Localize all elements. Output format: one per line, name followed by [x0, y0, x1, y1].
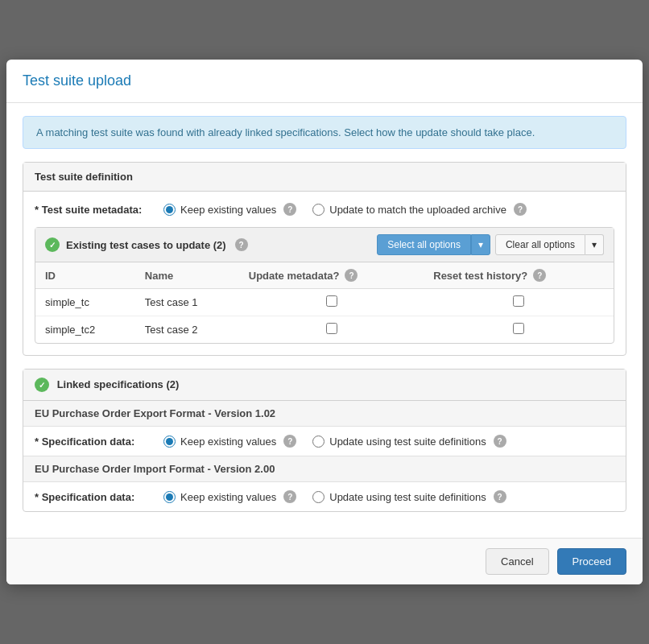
cell-reset-history: [424, 316, 614, 344]
modal-container: Test suite upload A matching test suite …: [6, 60, 643, 584]
col-id-header: ID: [35, 262, 135, 289]
update-archive-radio[interactable]: [312, 204, 324, 216]
col-update-metadata-header: Update metadata? ?: [239, 262, 424, 289]
metadata-label: * Test suite metadata:: [35, 204, 163, 216]
spec-update-suite-radio-0[interactable]: [312, 436, 324, 448]
linked-specs-check-icon: ✓: [35, 378, 49, 392]
cell-name: Test case 2: [135, 316, 239, 344]
linked-specifications-section: ✓ Linked specifications (2) EU Purchase …: [23, 369, 626, 512]
modal-header: Test suite upload: [6, 60, 643, 103]
table-row: simple_tc Test case 1: [35, 289, 614, 316]
col-name-header: Name: [135, 262, 239, 289]
spec-keep-existing-option-0[interactable]: Keep existing values ?: [163, 435, 296, 448]
existing-test-cases-help-icon[interactable]: ?: [235, 238, 248, 251]
update-metadata-checkbox-0[interactable]: [326, 295, 337, 307]
spec-data-label-0: * Specification data:: [35, 436, 163, 448]
spec-title-1: EU Purchase Order Import Format - Versio…: [23, 456, 626, 482]
cell-update-metadata: [239, 289, 424, 316]
clear-all-btn-group: Clear all options ▾: [495, 234, 604, 255]
spec-update-suite-option-1[interactable]: Update using test suite definitions ?: [312, 490, 506, 503]
spec-body-0: * Specification data: Keep existing valu…: [23, 427, 626, 456]
keep-existing-radio[interactable]: [163, 204, 176, 216]
metadata-radio-group: Keep existing values ? Update to match t…: [163, 203, 527, 216]
clear-all-button[interactable]: Clear all options: [495, 234, 585, 255]
select-all-btn-group: Select all options ▾: [377, 234, 490, 255]
spec-data-row-1: * Specification data: Keep existing valu…: [35, 490, 614, 503]
update-metadata-col-help-icon[interactable]: ?: [345, 269, 358, 282]
test-suite-definition-section: Test suite definition * Test suite metad…: [23, 162, 626, 356]
cell-update-metadata: [239, 316, 424, 344]
spec-update-help-icon-0[interactable]: ?: [494, 435, 506, 448]
cancel-button[interactable]: Cancel: [486, 548, 548, 575]
spec-item: EU Purchase Order Export Format - Versio…: [23, 401, 626, 456]
spec-keep-existing-option-1[interactable]: Keep existing values ?: [163, 490, 296, 503]
keep-existing-help-icon[interactable]: ?: [283, 203, 296, 216]
update-archive-radio-option[interactable]: Update to match the uploaded archive ?: [312, 203, 527, 216]
cell-id: simple_tc2: [35, 316, 135, 344]
specs-container: EU Purchase Order Export Format - Versio…: [23, 401, 626, 511]
keep-existing-radio-option[interactable]: Keep existing values ?: [163, 203, 296, 216]
spec-update-help-icon-1[interactable]: ?: [494, 490, 506, 503]
linked-specifications-body: EU Purchase Order Export Format - Versio…: [23, 401, 626, 511]
clear-all-dropdown-button[interactable]: ▾: [585, 234, 604, 255]
col-reset-history-header: Reset test history? ?: [424, 262, 614, 289]
alert-message: A matching test suite was found with alr…: [23, 116, 626, 149]
spec-keep-existing-radio-1[interactable]: [163, 491, 176, 503]
table-row: simple_tc2 Test case 2: [35, 316, 614, 344]
spec-radio-group-0: Keep existing values ? Update using test…: [163, 435, 506, 448]
spec-keep-help-icon-1[interactable]: ?: [283, 490, 296, 503]
linked-specifications-header: ✓ Linked specifications (2): [23, 369, 626, 401]
reset-history-checkbox-0[interactable]: [513, 295, 524, 307]
spec-data-label-1: * Specification data:: [35, 491, 163, 503]
spec-update-suite-radio-1[interactable]: [312, 491, 324, 503]
spec-radio-group-1: Keep existing values ? Update using test…: [163, 490, 506, 503]
modal-footer: Cancel Proceed: [6, 538, 643, 584]
select-all-button[interactable]: Select all options: [377, 234, 471, 255]
spec-keep-existing-radio-0[interactable]: [163, 436, 176, 448]
cell-id: simple_tc: [35, 289, 135, 316]
spec-body-1: * Specification data: Keep existing valu…: [23, 482, 626, 511]
reset-history-checkbox-1[interactable]: [513, 323, 524, 334]
select-all-dropdown-button[interactable]: ▾: [471, 234, 490, 255]
test-cases-table: ID Name Update metadata? ?: [35, 262, 614, 343]
spec-update-suite-option-0[interactable]: Update using test suite definitions ?: [312, 435, 506, 448]
test-suite-definition-header: Test suite definition: [23, 163, 626, 192]
modal-body: A matching test suite was found with alr…: [6, 103, 643, 538]
cell-name: Test case 1: [135, 289, 239, 316]
update-archive-help-icon[interactable]: ?: [514, 203, 527, 216]
update-metadata-checkbox-1[interactable]: [326, 323, 337, 334]
modal-title: Test suite upload: [23, 72, 131, 89]
existing-test-cases-subsection: ✓ Existing test cases to update (2) ? Se…: [35, 227, 614, 344]
reset-history-col-help-icon[interactable]: ?: [533, 269, 546, 282]
proceed-button[interactable]: Proceed: [557, 548, 626, 575]
table-header-row: ID Name Update metadata? ?: [35, 262, 614, 289]
subsection-actions: Select all options ▾ Clear all options ▾: [377, 234, 604, 255]
check-icon: ✓: [45, 237, 60, 252]
spec-item: EU Purchase Order Import Format - Versio…: [23, 456, 626, 511]
existing-test-cases-header: ✓ Existing test cases to update (2) ? Se…: [35, 228, 614, 262]
test-suite-definition-body: * Test suite metadata: Keep existing val…: [23, 192, 626, 355]
spec-keep-help-icon-0[interactable]: ?: [283, 435, 296, 448]
metadata-row: * Test suite metadata: Keep existing val…: [35, 203, 614, 216]
cell-reset-history: [424, 289, 614, 316]
spec-title-0: EU Purchase Order Export Format - Versio…: [23, 401, 626, 427]
spec-data-row-0: * Specification data: Keep existing valu…: [35, 435, 614, 448]
